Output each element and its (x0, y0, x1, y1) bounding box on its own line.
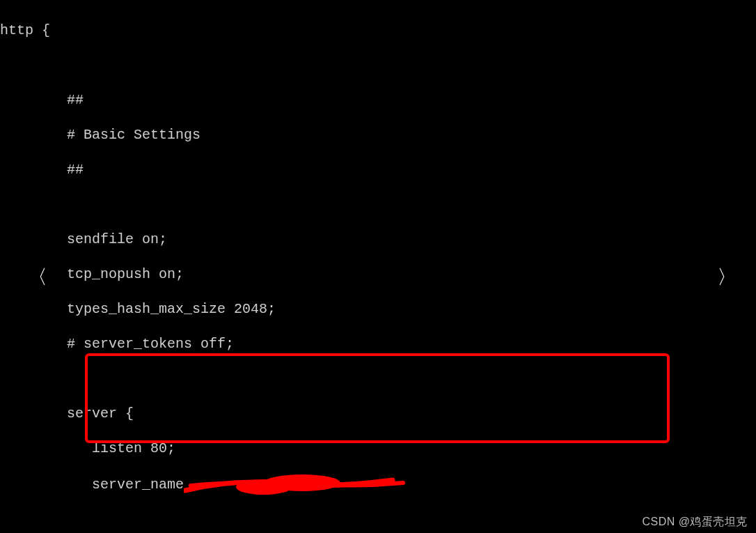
code-block: http { ## # Basic Settings ## sendfile o… (0, 0, 756, 533)
code-line: server_name (0, 474, 756, 495)
code-line: server { (0, 405, 756, 422)
code-text: server_name (0, 477, 184, 493)
code-line: ## (0, 161, 756, 178)
code-line (0, 370, 756, 387)
code-line: # Basic Settings (0, 126, 756, 144)
code-line: types_hash_max_size 2048; (0, 300, 756, 318)
redaction-mark (184, 473, 407, 494)
code-line: http { (0, 22, 756, 39)
code-line (0, 56, 756, 74)
code-line: listen 80; (0, 440, 756, 457)
gallery-next-button[interactable]: 〉 (717, 265, 737, 289)
code-line: ## (0, 91, 756, 109)
code-line: # server_tokens off; (0, 335, 756, 353)
gallery-prev-button[interactable]: 〈 (28, 265, 47, 289)
code-line: tcp_nopush on; (0, 265, 756, 283)
code-line: sendfile on; (0, 231, 756, 248)
code-line (0, 196, 756, 213)
watermark-text: CSDN @鸡蛋壳坦克 (642, 515, 748, 529)
